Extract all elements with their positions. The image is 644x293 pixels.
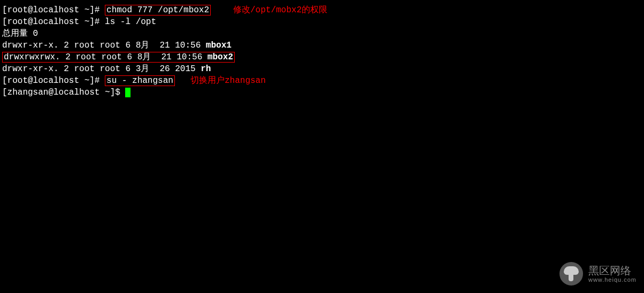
highlight-box-su: su - zhangsan — [105, 75, 175, 86]
prompt-root: [root@localhost ~]# — [2, 17, 105, 27]
terminal-line-3: 总用量 0 — [2, 28, 642, 40]
ls-entry-mbox2-name: mbox2 — [208, 52, 233, 62]
terminal-line-6: drwxr-xr-x. 2 root root 6 3月 26 2015 rh — [2, 63, 642, 75]
ls-entry-rh-perm: drwxr-xr-x. 2 root root 6 3月 26 2015 — [2, 64, 201, 74]
cursor — [125, 88, 131, 97]
terminal-line-7: [root@localhost ~]# su - zhangsan — [2, 75, 642, 87]
cmd-ls: ls -l /opt — [105, 17, 156, 27]
watermark-text: 黑区网络 www.heiqu.com — [588, 265, 637, 283]
annotation-chmod: 修改/opt/mobx2的权限 — [233, 4, 327, 16]
highlight-box-mbox2: drwxrwxrwx. 2 root root 6 8月 21 10:56 mb… — [2, 52, 235, 63]
ls-entry-mbox1-name: mbox1 — [206, 41, 232, 50]
watermark-url: www.heiqu.com — [588, 276, 637, 283]
mushroom-icon — [559, 262, 583, 286]
watermark: 黑区网络 www.heiqu.com — [559, 262, 637, 286]
prompt-user: [zhangsan@localhost ~]$ — [2, 88, 125, 97]
watermark-title: 黑区网络 — [588, 265, 637, 276]
terminal-line-4: drwxr-xr-x. 2 root root 6 8月 21 10:56 mb… — [2, 40, 642, 51]
cmd-chmod: chmod 777 /opt/mbox2 — [106, 5, 209, 15]
cmd-su: su - zhangsan — [106, 76, 173, 86]
terminal-line-5: drwxrwxrwx. 2 root root 6 8月 21 10:56 mb… — [2, 51, 642, 63]
terminal-line-2: [root@localhost ~]# ls -l /opt — [2, 16, 642, 28]
terminal-line-8[interactable]: [zhangsan@localhost ~]$ — [2, 87, 642, 98]
highlight-box-chmod: chmod 777 /opt/mbox2 — [105, 5, 211, 16]
ls-entry-rh-name: rh — [201, 64, 211, 74]
ls-entry-mbox2-perm: drwxrwxrwx. 2 root root 6 8月 21 10:56 — [4, 52, 208, 62]
ls-entry-mbox1-perm: drwxr-xr-x. 2 root root 6 8月 21 10:56 — [2, 41, 206, 50]
prompt-root: [root@localhost ~]# — [2, 5, 105, 15]
annotation-su: 切换用户zhangsan — [190, 75, 266, 87]
prompt-root: [root@localhost ~]# — [2, 76, 105, 86]
